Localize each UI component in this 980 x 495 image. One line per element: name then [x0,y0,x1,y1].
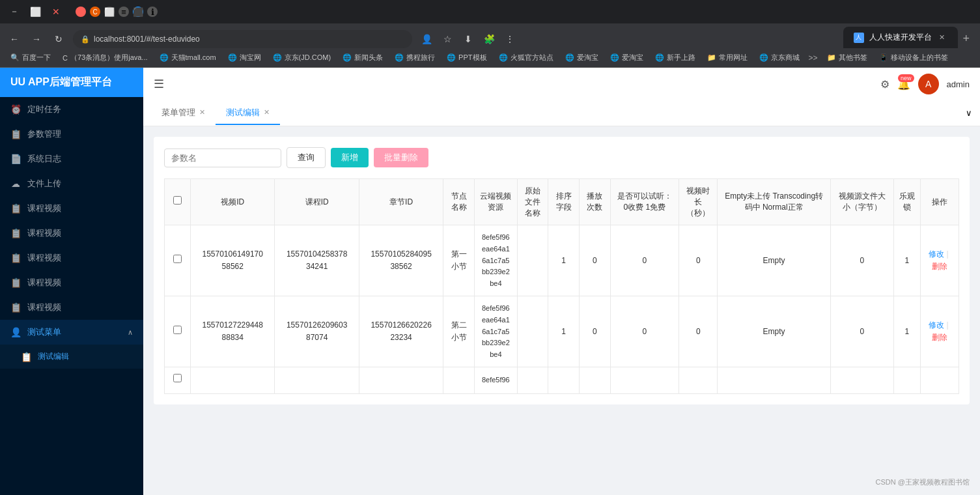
cell-chapter-id-0: 15570105284095 38562 [359,225,443,296]
delete-button-0[interactable]: 删除 [932,262,947,271]
more-icon[interactable]: ⋮ [501,30,519,48]
bookmark-jd2[interactable]: 🌐 京东商城 [754,51,805,64]
settings-button[interactable]: ⚙ [880,78,889,91]
sep-0: | [947,249,949,259]
select-all-checkbox[interactable] [173,196,182,205]
other-icon: 📁 [827,53,836,62]
cell-file-1 [517,296,548,367]
bookmark-taobao[interactable]: 🌐 淘宝网 [223,51,266,64]
cell-duration-1: 0 [679,296,718,367]
add-button[interactable]: 新增 [331,148,369,167]
search-input[interactable] [164,148,281,167]
tab-menu-close[interactable]: ✕ [199,108,205,117]
sidebar-item-cv2[interactable]: 📋 课程视频 [0,221,143,246]
row-checkbox-2[interactable] [173,374,182,382]
tab-favicon: 人 [854,33,864,43]
sidebar-label-syslog: 系统日志 [27,153,61,165]
close-tab-button[interactable]: ✕ [937,33,947,43]
refresh-button[interactable]: ↻ [49,30,68,48]
th-action: 操作 [921,179,959,225]
bookmark-ctrip[interactable]: 🌐 携程旅行 [389,51,440,64]
bookmark-tmall[interactable]: 🌐 天猫tmall.com [154,51,221,64]
extension-icon[interactable]: 🧩 [480,30,498,48]
download-icon[interactable]: ⬇ [459,30,477,48]
back-button[interactable]: ← [5,30,23,48]
news-icon: 🌐 [343,53,352,62]
sidebar-item-cv3[interactable]: 📋 课程视频 [0,246,143,270]
sidebar-label-cv3: 课程视频 [27,252,61,264]
sidebar-item-cv5[interactable]: 📋 课程视频 [0,295,143,320]
tab-test-edit[interactable]: 测试编辑 ✕ [216,102,280,125]
app-icon-4: ≡ [119,7,129,17]
sidebar-item-testedit[interactable]: 📋 测试编辑 [0,345,143,369]
tab-testedit-label: 测试编辑 [226,107,260,119]
row-checkbox-1[interactable] [173,326,182,334]
bookmark-aitao2[interactable]: 🌐 爱淘宝 [605,51,649,64]
cell-cloud-2: 8efe5f96 [474,367,517,393]
more-bookmarks[interactable]: >> [809,53,818,63]
cell-sort-1: 1 [548,296,580,367]
collapse-button[interactable]: ☰ [154,77,164,91]
row-checkbox-0[interactable] [173,255,182,263]
restore-button[interactable]: ⬜ [26,3,44,21]
bookmark-mobile[interactable]: 📱 移动设备上的书签 [874,51,953,64]
sidebar-item-schedule[interactable]: ⏰ 定时任务 [0,97,143,122]
aitao-icon: 🌐 [565,53,574,62]
tab-menu-management[interactable]: 菜单管理 ✕ [151,102,216,125]
bookmark-jd[interactable]: 🌐 京东(JD.COM) [268,51,337,64]
sidebar-item-cv1[interactable]: 📋 课程视频 [0,196,143,221]
new-tab-button[interactable]: + [958,29,975,48]
sidebar-item-syslog[interactable]: 📄 系统日志 [0,147,143,171]
bookmark-aitao[interactable]: 🌐 爱淘宝 [560,51,604,64]
taobao-icon: 🌐 [228,53,237,62]
app-icon-5: ⬛ [133,7,143,17]
sidebar-item-params[interactable]: 📋 参数管理 [0,122,143,147]
tab-testedit-close[interactable]: ✕ [264,108,270,117]
cell-chapter-id-2 [359,367,443,393]
close-button[interactable]: ✕ [47,3,65,21]
csdn-icon: C [63,54,68,62]
bookmark-common[interactable]: 📁 常用网址 [702,51,753,64]
profile-icon[interactable]: 👤 [417,30,436,48]
bookmark-baidu[interactable]: 🔍 百度一下 [5,51,56,64]
address-bar[interactable]: 🔒 localhost:8001/#/test-eduvideo [73,30,412,48]
syslog-icon: 📄 [10,154,21,164]
delete-button-1[interactable]: 删除 [932,333,947,342]
page-tabs: 菜单管理 ✕ 测试编辑 ✕ ∨ [143,100,980,126]
bookmark-newuser[interactable]: 🌐 新手上路 [650,51,701,64]
table-row: 8efe5f96 [165,367,959,393]
forward-button[interactable]: → [27,30,46,48]
sidebar-item-testmenu[interactable]: 👤 测试菜单 ∧ [0,320,143,345]
cv4-icon: 📋 [10,277,21,288]
star-icon[interactable]: ☆ [438,30,456,48]
edit-button-0[interactable]: 修改 [929,249,944,259]
batch-delete-button[interactable]: 批量删除 [374,148,428,167]
cell-trial-2 [610,367,679,393]
sidebar-item-cv4[interactable]: 📋 课程视频 [0,270,143,295]
cell-filesize-0: 0 [830,225,893,296]
cell-cloud-1: 8efe5f96 eae64a1 6a1c7a5 bb239e2 be4 [474,296,517,367]
bookmark-other[interactable]: 📁 其他书签 [822,51,873,64]
edit-button-1[interactable]: 修改 [929,320,944,330]
notification-button[interactable]: 🔔 new [897,78,910,91]
sidebar-item-upload[interactable]: ☁ 文件上传 [0,171,143,196]
th-play-count: 播放次数 [580,179,611,225]
th-chapter-id: 章节ID [359,179,443,225]
bookmark-ppt[interactable]: 🌐 PPT模板 [441,51,492,64]
jd-icon: 🌐 [273,53,282,62]
minimize-button[interactable]: － [5,3,23,21]
sidebar-label-params: 参数管理 [27,128,61,140]
user-avatar[interactable]: A [918,74,939,94]
tab-menu-label: 菜单管理 [161,107,195,119]
cell-filesize-1: 0 [830,296,893,367]
sep-1: | [947,320,949,330]
user-name: admin [947,79,970,89]
tabs-more-button[interactable]: ∨ [966,108,972,118]
bookmark-news[interactable]: 🌐 新闻头条 [337,51,388,64]
bookmark-csdn[interactable]: C （73条消息）使用java... [57,51,153,64]
query-button[interactable]: 查询 [287,147,326,168]
sidebar-label-testedit: 测试编辑 [38,351,69,362]
cell-video-id-2 [191,367,275,393]
bookmark-firefox[interactable]: 🌐 火狐官方站点 [494,51,559,64]
active-tab[interactable]: 人 人人快速开发平台 ✕ [843,27,958,48]
